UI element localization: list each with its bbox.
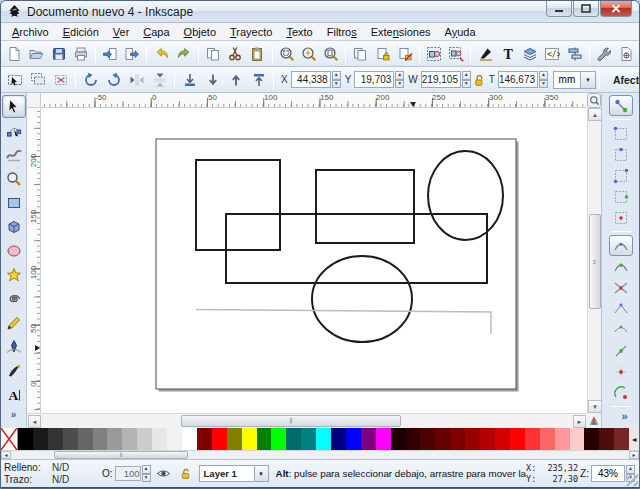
zoom-tool-button[interactable] (2, 167, 26, 190)
sticky-zoom-icon[interactable] (587, 93, 601, 108)
scroll-down-icon[interactable]: ▼ (588, 400, 602, 413)
rectangle-tool-button[interactable] (2, 191, 26, 214)
lower-one-button[interactable] (201, 69, 224, 91)
snap-smooth-nodes-button[interactable] (609, 319, 633, 340)
zoom-drawing-button[interactable] (298, 43, 320, 65)
palette-overflow-arrow-icon[interactable]: ◄ (629, 428, 639, 450)
snap-paths-button[interactable] (609, 256, 633, 277)
palette-swatch[interactable] (525, 428, 540, 450)
vertical-scroll-thumb[interactable]: ≡ (589, 214, 601, 309)
palette-swatch[interactable] (599, 428, 614, 450)
palette-swatch[interactable] (346, 428, 361, 450)
units-dropdown-arrow-icon[interactable]: ▼ (581, 71, 596, 89)
palette-swatch[interactable] (257, 428, 272, 450)
paste-button[interactable] (246, 43, 268, 65)
zoom-page-button[interactable] (320, 43, 342, 65)
star-tool-button[interactable] (2, 263, 26, 286)
palette-swatch[interactable] (361, 428, 376, 450)
height-input[interactable] (498, 71, 538, 88)
snap-cusp-nodes-button[interactable] (609, 298, 633, 319)
copy-button[interactable] (202, 43, 224, 65)
cms-toggle-icon[interactable] (587, 413, 601, 428)
align-distribute-button[interactable] (563, 43, 585, 65)
duplicate-button[interactable] (349, 43, 371, 65)
menu-edición[interactable]: Edición (56, 25, 106, 39)
import-button[interactable] (99, 43, 121, 65)
node-tool-button[interactable] (2, 119, 26, 142)
palette-swatch[interactable] (301, 428, 316, 450)
menu-extensiones[interactable]: Extensiones (364, 25, 438, 39)
scroll-up-icon[interactable]: ▲ (588, 108, 602, 121)
palette-swatch[interactable] (391, 428, 406, 450)
new-document-button[interactable] (3, 43, 25, 65)
xml-editor-button[interactable]: </> (541, 43, 563, 65)
palette-swatch[interactable] (316, 428, 331, 450)
menu-trayecto[interactable]: Trayecto (223, 25, 279, 39)
print-button[interactable] (70, 43, 92, 65)
menu-filtros[interactable]: Filtros (320, 25, 364, 39)
scroll-left-icon[interactable]: ◄ (28, 415, 41, 428)
snap-line-midpoints-button[interactable] (609, 340, 633, 361)
spiral-tool-button[interactable] (2, 287, 26, 310)
menu-archivo[interactable]: Archivo (5, 25, 56, 39)
open-document-button[interactable] (25, 43, 47, 65)
palette-swatch[interactable] (227, 428, 242, 450)
zoom-input[interactable] (591, 465, 625, 482)
export-button[interactable] (121, 43, 143, 65)
palette-swatch[interactable] (376, 428, 391, 450)
palette-swatch[interactable] (510, 428, 525, 450)
palette-swatch[interactable] (271, 428, 286, 450)
palette-swatch[interactable] (152, 428, 167, 450)
create-clone-button[interactable] (372, 43, 394, 65)
palette-swatch[interactable] (435, 428, 450, 450)
save-document-button[interactable] (47, 43, 69, 65)
ellipse-tool-button[interactable] (2, 239, 26, 262)
box3d-tool-button[interactable] (2, 215, 26, 238)
palette-swatch[interactable] (480, 428, 495, 450)
menu-ver[interactable]: Ver (106, 25, 137, 39)
tweak-tool-button[interactable] (2, 143, 26, 166)
flip-vertical-button[interactable] (148, 69, 171, 91)
palette-swatch[interactable] (93, 428, 108, 450)
rotate-cw-button[interactable] (102, 69, 125, 91)
palette-swatch[interactable] (465, 428, 480, 450)
deselect-button[interactable] (49, 69, 72, 91)
horizontal-scroll-thumb[interactable]: ⦀ (181, 415, 401, 427)
snap-bbox-button[interactable] (609, 123, 633, 144)
palette-swatch[interactable] (570, 428, 585, 450)
palette-swatch[interactable] (137, 428, 152, 450)
lower-to-bottom-button[interactable] (178, 69, 201, 91)
layer-dropdown-arrow-icon[interactable]: ▼ (255, 465, 269, 482)
opacity-input[interactable] (115, 466, 141, 481)
palette-swatch[interactable] (540, 428, 555, 450)
palette-swatch[interactable] (584, 428, 599, 450)
fill-stroke-dialog-button[interactable] (474, 43, 496, 65)
palette-swatch[interactable] (78, 428, 93, 450)
redo-button[interactable] (173, 43, 195, 65)
snap-rotation-centers-button[interactable] (609, 382, 633, 403)
select-all-button[interactable] (3, 69, 26, 91)
snap-toggle-button[interactable] (609, 95, 633, 116)
y-spinner[interactable]: ▲▼ (395, 71, 404, 88)
palette-swatch[interactable] (495, 428, 510, 450)
layer-visibility-eye-icon[interactable] (155, 465, 173, 483)
maximize-button[interactable] (573, 1, 599, 17)
opacity-spinner[interactable]: ▲▼ (142, 465, 151, 482)
horizontal-scrollbar[interactable]: ◄ ⦀ ► (27, 413, 587, 428)
width-spinner[interactable]: ▲▼ (462, 71, 471, 88)
toolbox-overflow-chevron[interactable]: » (11, 409, 17, 420)
palette-swatch[interactable] (555, 428, 570, 450)
window-resize-grip[interactable] (626, 474, 638, 486)
snap-bbox-edge-midpoints-button[interactable] (609, 186, 633, 207)
menu-capa[interactable]: Capa (136, 25, 176, 39)
layer-lock-icon[interactable] (177, 465, 195, 483)
snap-bbox-edges-button[interactable] (609, 144, 633, 165)
zoom-selection-button[interactable] (276, 43, 298, 65)
palette-swatch[interactable] (242, 428, 257, 450)
width-input[interactable] (421, 71, 461, 88)
lock-ratio-icon[interactable] (471, 70, 485, 90)
units-dropdown[interactable]: mm ▼ (553, 71, 596, 89)
palette-scrollbar[interactable]: ◄ ⦀ ► (1, 450, 639, 459)
raise-to-top-button[interactable] (247, 69, 270, 91)
document-properties-button[interactable] (615, 43, 637, 65)
